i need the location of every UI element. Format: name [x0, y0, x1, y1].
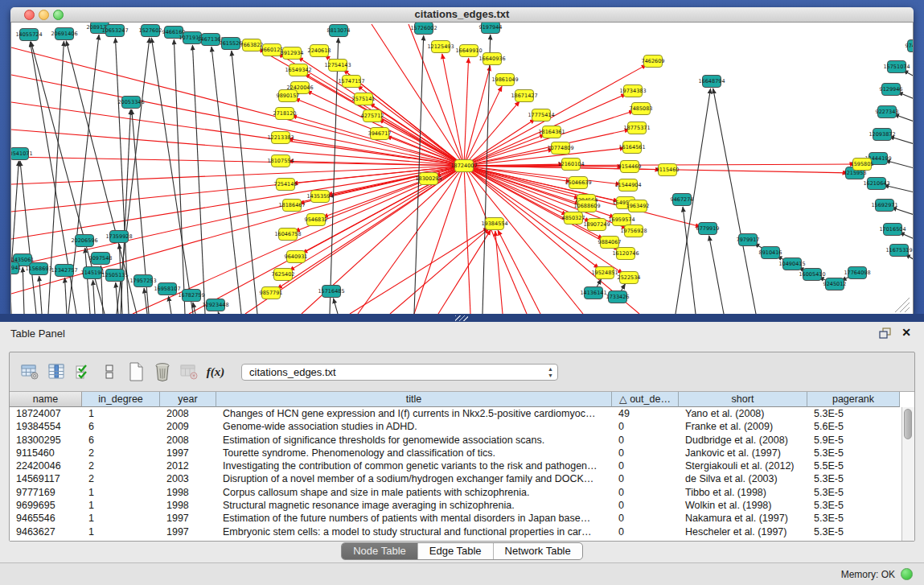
column-header-pagerank[interactable]: pagerank [807, 392, 900, 407]
black-edge[interactable] [232, 51, 257, 314]
red-edge[interactable] [11, 166, 464, 294]
table-row[interactable]: 1456911722003Disruption of a novel membe… [10, 472, 914, 485]
table-cell[interactable]: 1997 [160, 512, 216, 525]
table-cell[interactable]: 5.3E-5 [807, 525, 900, 538]
table-row[interactable]: 911546021997Tourette syndrome. Phenomeno… [10, 447, 914, 459]
tab-node-table[interactable]: Node Table [342, 543, 418, 559]
panel-divider-grip[interactable] [455, 315, 468, 321]
black-edge[interactable] [193, 303, 195, 314]
memory-ok-indicator[interactable] [901, 568, 913, 580]
table-cell[interactable]: 9699695 [10, 499, 82, 512]
black-edge[interactable] [333, 299, 338, 314]
column-header-short[interactable]: short [679, 392, 807, 407]
table-cell[interactable]: 2008 [160, 434, 216, 447]
table-cell[interactable]: de Silva et al. (2003) [679, 472, 807, 485]
black-edge[interactable] [211, 47, 241, 314]
table-cell[interactable]: Tourette syndrome. Phenomenology and cla… [216, 447, 612, 459]
column-header-out-degree[interactable]: △ out_de… [612, 392, 679, 407]
table-cell[interactable]: 0 [612, 525, 679, 538]
black-edge[interactable] [893, 114, 913, 122]
scrollbar-thumb[interactable] [904, 409, 912, 439]
create-column-icon[interactable] [124, 360, 148, 383]
black-edge[interactable] [192, 45, 205, 314]
table-cell[interactable]: Estimation of significance thresholds fo… [216, 434, 612, 447]
network-canvas[interactable]: 1405572420691406208917491065324715276029… [10, 23, 914, 315]
table-cell[interactable]: 18300295 [10, 434, 82, 447]
table-cell[interactable]: Structural magnetic resonance image aver… [216, 499, 612, 512]
table-row[interactable]: 1938455462009Genome-wide association stu… [10, 420, 914, 433]
table-cell[interactable]: 1 [82, 512, 160, 525]
table-cell[interactable]: 5.3E-5 [807, 407, 900, 420]
canvas-resize-grip[interactable] [895, 298, 910, 312]
black-edge[interactable] [39, 276, 42, 314]
table-cell[interactable]: Corpus callosum shape and size in male p… [216, 486, 612, 499]
table-cell[interactable]: 5.6E-5 [807, 420, 900, 433]
table-cell[interactable]: 19384554 [10, 420, 82, 433]
red-edge[interactable] [495, 231, 503, 314]
table-options-icon[interactable] [18, 360, 42, 383]
table-cell[interactable]: Changes of HCN gene expression and I(f) … [216, 407, 612, 420]
tab-edge-table[interactable]: Edge Table [418, 543, 494, 559]
red-edge[interactable] [350, 228, 488, 314]
table-cell[interactable]: Franke et al. (2009) [679, 420, 807, 433]
table-cell[interactable]: 2009 [160, 420, 216, 433]
table-row[interactable]: 946362711997Embryonic stem cells: a mode… [10, 525, 914, 538]
table-cell[interactable]: 2012 [160, 459, 216, 472]
table-cell[interactable]: Wolkin et al. (1998) [679, 499, 807, 512]
red-edge[interactable] [292, 116, 464, 166]
table-cell[interactable]: 1997 [160, 525, 216, 538]
table-cell[interactable]: Investigating the contribution of common… [216, 459, 612, 472]
table-cell[interactable]: 1 [82, 525, 160, 538]
minimize-traffic-light[interactable] [39, 10, 49, 20]
table-cell[interactable]: 5.9E-5 [807, 434, 900, 447]
table-cell[interactable]: 9463627 [10, 525, 82, 538]
table-cell[interactable]: 0 [612, 486, 679, 499]
table-cell[interactable]: Stergiakouli et al. (2012) [679, 459, 807, 472]
table-cell[interactable]: 2 [82, 459, 160, 472]
table-cell[interactable]: 0 [612, 472, 679, 485]
column-header-name[interactable]: name [10, 392, 82, 407]
red-edge[interactable] [498, 230, 540, 314]
table-cell[interactable]: 0 [612, 447, 679, 459]
table-cell[interactable]: 6 [82, 434, 160, 447]
table-cell[interactable]: 9465546 [10, 512, 82, 525]
table-cell[interactable]: 5.3E-5 [807, 486, 900, 499]
black-edge[interactable] [174, 39, 185, 314]
table-cell[interactable]: 49 [612, 407, 679, 420]
table-cell[interactable]: Genome-wide association studies in ADHD. [216, 420, 612, 433]
table-row[interactable]: 1872400712008Changes of HCN gene express… [10, 407, 914, 420]
table-row[interactable]: 1830029562008Estimation of significance … [10, 434, 914, 447]
table-cell[interactable]: 18724007 [10, 407, 82, 420]
show-columns-icon[interactable] [44, 360, 68, 383]
select-all-check-icon[interactable] [71, 360, 95, 383]
table-cell[interactable]: Dudbridge et al. (2008) [679, 434, 807, 447]
table-cell[interactable]: 9115460 [10, 447, 82, 459]
table-cell[interactable]: 2 [82, 447, 160, 459]
table-cell[interactable]: 1 [82, 486, 160, 499]
table-cell[interactable]: 6 [82, 420, 160, 433]
black-edge[interactable] [168, 296, 171, 314]
column-header-year[interactable]: year [160, 392, 216, 407]
table-cell[interactable]: Tibbo et al. (1998) [679, 486, 807, 499]
black-edge[interactable] [93, 280, 95, 314]
table-cell[interactable]: Estimation of the future numbers of pati… [216, 512, 612, 525]
table-cell[interactable]: Disruption of a novel member of a sodium… [216, 472, 612, 485]
red-edge[interactable] [464, 166, 583, 314]
zoom-traffic-light[interactable] [53, 10, 64, 20]
table-cell[interactable]: 1998 [160, 486, 216, 499]
table-cell[interactable]: 5.5E-5 [807, 459, 900, 472]
table-cell[interactable]: 14569117 [10, 472, 82, 485]
column-header-title[interactable]: title [216, 392, 612, 407]
tab-network-table[interactable]: Network Table [494, 543, 582, 559]
network-window-titlebar[interactable]: citations_edges.txt [10, 7, 914, 23]
table-selector-combo[interactable]: citations_edges.txt ▲▼ [241, 364, 558, 381]
table-cell[interactable]: Jankovic et al. (1997) [679, 447, 807, 459]
table-cell[interactable]: 1 [82, 499, 160, 512]
table-cell[interactable]: 2 [82, 472, 160, 485]
table-cell[interactable]: 0 [612, 420, 679, 433]
table-row[interactable]: 946554611997Estimation of the future num… [10, 512, 914, 525]
table-cell[interactable]: Hescheler et al. (1997) [679, 525, 807, 538]
black-edge[interactable] [709, 236, 724, 314]
table-cell[interactable]: 0 [612, 499, 679, 512]
red-edge[interactable] [358, 166, 464, 314]
